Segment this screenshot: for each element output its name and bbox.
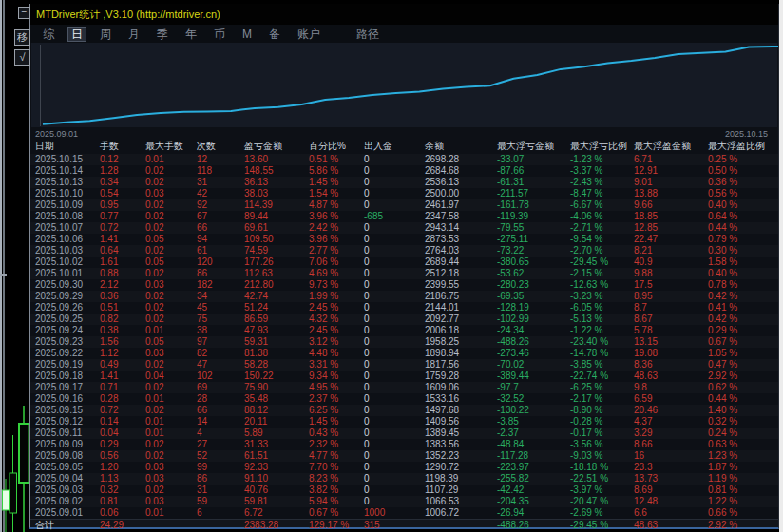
table-row[interactable]: 2025.10.030.640.026174.592.77 %02764.03-… xyxy=(30,245,778,256)
cell-1: 2025.10.13 xyxy=(35,177,83,188)
cell-7: 0 xyxy=(364,325,370,336)
table-row[interactable]: 2025.09.120.140.011420.111.45 %01409.56-… xyxy=(30,416,778,428)
cell-1: 2025.09.30 xyxy=(35,279,83,291)
table-row[interactable]: 2025.09.221.120.038281.384.48 %01898.94-… xyxy=(30,348,778,359)
menu-item-6[interactable]: 年 xyxy=(182,28,200,41)
table-row[interactable]: 2025.10.141.280.02118148.555.86 %02684.6… xyxy=(30,165,778,177)
cell-7: 0 xyxy=(364,154,370,165)
cell-5: 5.89 xyxy=(244,428,262,439)
table-row[interactable]: 2025.10.080.770.026789.443.96 %-6852347.… xyxy=(30,211,778,222)
menu-item-2[interactable]: 日 xyxy=(68,28,86,41)
cell-5: 109.50 xyxy=(244,234,274,245)
cell-1: 2025.10.06 xyxy=(35,234,83,245)
menu-item-3[interactable]: 周 xyxy=(97,28,114,41)
cell-3: 0.02 xyxy=(145,291,163,302)
table-row[interactable]: 2025.09.010.060.0166.720.67 %10001006.72… xyxy=(30,507,778,519)
cell-7: 0 xyxy=(364,279,370,291)
cell-5: 42.74 xyxy=(244,291,268,302)
table-row[interactable]: 2025.10.070.720.026669.612.42 %02943.14-… xyxy=(30,222,778,234)
cell-3: 0.02 xyxy=(145,245,163,256)
cell-1: 2025.09.08 xyxy=(35,450,83,462)
table-row[interactable]: 2025.09.080.560.025261.514.77 %01352.23-… xyxy=(30,450,778,462)
cell-1: 2025.10.07 xyxy=(35,222,83,234)
cell-3: 0.03 xyxy=(145,462,163,473)
cell-2: 0.51 xyxy=(100,302,118,314)
table-row[interactable]: 2025.10.061.410.0594109.503.96 %02873.53… xyxy=(30,234,778,245)
cell-12: 0.42 % xyxy=(708,291,737,302)
table-row[interactable]: 2025.09.150.720.026688.126.25 %01497.68-… xyxy=(30,405,778,416)
menu-item-1[interactable]: 综 xyxy=(40,28,57,41)
cell-4: 182 xyxy=(197,279,213,291)
cell-11: 8.36 xyxy=(634,359,652,370)
table-row[interactable]: 2025.10.021.610.05120177.267.06 %02689.4… xyxy=(30,256,778,268)
table-row[interactable]: 2025.10.130.340.023136.131.45 %02536.13-… xyxy=(30,177,778,188)
cell-1: 2025.09.29 xyxy=(35,291,83,302)
cell-7: 0 xyxy=(364,177,370,188)
menu-item-11[interactable]: 路径 xyxy=(353,28,382,41)
cell-10: -0.17 % xyxy=(570,428,602,439)
table-row[interactable]: 2025.09.170.710.026975.904.95 %01609.06-… xyxy=(30,382,778,393)
check-button[interactable]: √ xyxy=(14,49,30,66)
table-row[interactable]: 2025.10.100.540.034238.031.54 %02500.00-… xyxy=(30,188,778,200)
cell-1: 合计 xyxy=(35,520,54,531)
menu-item-7[interactable]: 币 xyxy=(211,28,228,41)
cell-1: 2025.09.11 xyxy=(35,428,82,439)
cell-4: 86 xyxy=(197,473,207,484)
table-row[interactable]: 2025.09.190.490.024758.283.31 %01817.56-… xyxy=(30,359,778,370)
cell-6: 8.23 % xyxy=(309,473,338,484)
cell-10: -3.85 % xyxy=(570,359,602,370)
cell-8: 2092.77 xyxy=(425,314,459,325)
table-row[interactable]: 2025.09.240.380.013847.932.45 %02006.18-… xyxy=(30,325,778,336)
cell-5: 59.81 xyxy=(244,496,268,507)
cell-2: 0.28 xyxy=(100,393,118,405)
table-row[interactable]: 2025.09.030.320.023140.763.82 %01107.29-… xyxy=(30,484,778,496)
cell-7: 0 xyxy=(364,336,370,348)
cell-12: 0.50 % xyxy=(708,165,737,177)
cell-11: 22.47 xyxy=(634,234,658,245)
cell-8: 1817.56 xyxy=(425,359,459,370)
cell-4: 34 xyxy=(197,291,207,302)
menu-item-4[interactable]: 月 xyxy=(125,28,143,41)
cell-12: 2.92 % xyxy=(708,370,737,382)
cell-9: -380.65 xyxy=(497,256,529,268)
cell-4: 31 xyxy=(197,177,207,188)
cell-8: 2684.68 xyxy=(425,165,459,177)
table-row[interactable]: 2025.09.051.200.039992.337.70 %01290.72-… xyxy=(30,462,778,473)
table-row[interactable]: 2025.10.150.120.011213.600.51 %02698.28-… xyxy=(30,154,778,165)
table-row[interactable]: 2025.09.020.810.035959.815.94 %01066.53-… xyxy=(30,496,778,507)
table-row[interactable]: 2025.09.110.040.0145.890.43 %01389.45-2.… xyxy=(30,428,778,439)
table-row[interactable]: 2025.09.090.290.022731.332.32 %01383.56-… xyxy=(30,439,778,450)
cell-1: 2025.09.24 xyxy=(35,325,83,336)
table-row[interactable]: 2025.09.181.410.04102150.229.34 %01759.2… xyxy=(30,370,778,382)
table-row[interactable]: 2025.10.090.950.0292114.394.87 %02461.97… xyxy=(30,200,778,211)
table-row[interactable]: 2025.09.290.360.023442.741.99 %02186.75-… xyxy=(30,291,778,302)
menu-item-5[interactable]: 季 xyxy=(154,28,171,41)
cell-4: 61 xyxy=(197,245,207,256)
table-row[interactable]: 2025.10.010.880.0286112.634.69 %02512.18… xyxy=(30,268,778,279)
header-cell-10: 最大浮亏比例 xyxy=(570,140,627,153)
title-bar[interactable]: MTDriver统计 ,V3.10 (http://mtdriver.cn) xyxy=(30,4,778,25)
cell-8: 1290.72 xyxy=(425,462,459,473)
table-row[interactable]: 2025.09.231.560.059759.313.12 %01958.25-… xyxy=(30,336,778,348)
header-cell-8: 余额 xyxy=(425,140,444,153)
menu-item-10[interactable]: 账户 xyxy=(295,28,323,41)
cell-10: -2.69 % xyxy=(570,507,602,519)
move-button[interactable]: 移 xyxy=(14,29,30,46)
minimize-button[interactable]: − xyxy=(18,7,30,19)
table-row[interactable]: 2025.09.041.130.038691.108.23 %01198.39-… xyxy=(30,473,778,484)
table-row[interactable]: 2025.09.260.510.024551.242.45 %02144.01-… xyxy=(30,302,778,314)
cell-2: 0.38 xyxy=(100,325,118,336)
menu-item-9[interactable]: 备 xyxy=(266,28,283,41)
cell-11: 12.91 xyxy=(634,165,658,177)
cell-9: -26.94 xyxy=(497,507,524,519)
cell-4: 52 xyxy=(197,450,207,462)
cell-7: 0 xyxy=(364,359,370,370)
table-row[interactable]: 2025.09.302.120.03182212.809.73 %02399.5… xyxy=(30,279,778,291)
table-row[interactable]: 2025.09.250.820.027586.594.32 %02092.77-… xyxy=(30,314,778,325)
table-row[interactable]: 2025.09.160.280.012835.482.37 %01533.16-… xyxy=(30,393,778,405)
cell-10: -2.15 % xyxy=(570,268,602,279)
cell-3: 0.03 xyxy=(145,496,163,507)
cell-8: 2764.03 xyxy=(425,245,459,256)
cell-11: 13.88 xyxy=(634,188,658,200)
menu-item-8[interactable]: M xyxy=(239,28,255,41)
